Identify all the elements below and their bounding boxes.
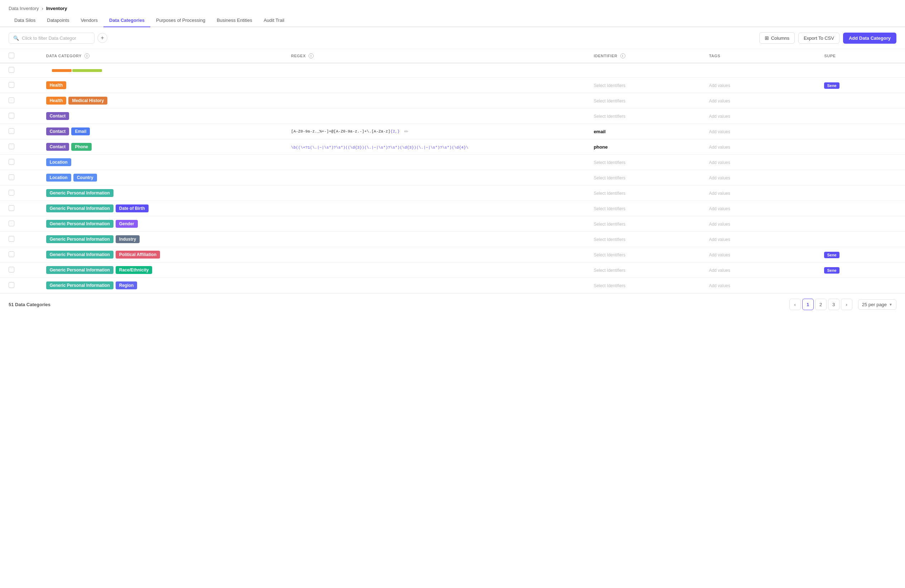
identifier-header: Identifier i [588,49,703,63]
identifier-cell[interactable]: Select Identifiers [588,186,703,201]
row-checkbox[interactable] [9,82,14,88]
row-checkbox[interactable] [9,236,14,242]
regex-header: Regex i [285,49,588,63]
badge-race-ethnicity: Race/Ethnicity [116,266,152,274]
data-category-info-icon[interactable]: i [84,53,89,58]
breadcrumb-parent[interactable]: Data Inventory [9,6,39,11]
regex-info-icon[interactable]: i [309,53,314,58]
select-all-checkbox[interactable] [9,52,14,58]
row-checkbox[interactable] [9,144,14,149]
identifier-cell[interactable]: Select Identifiers [588,232,703,247]
row-checkbox[interactable] [9,128,14,134]
row-checkbox[interactable] [9,159,14,165]
page-prev-button[interactable]: ‹ [789,299,801,310]
tab-vendors[interactable]: Vendors [75,14,103,27]
identifier-value: email [594,129,605,134]
category-cell: Generic Personal Information Date of Bir… [40,201,285,216]
tab-purposes[interactable]: Purposes of Processing [150,14,211,27]
add-data-category-button[interactable]: Add Data Category [843,33,896,44]
identifier-cell[interactable]: Select Identifiers [588,201,703,216]
table-row: Generic Personal Information Date of Bir… [0,201,905,216]
tags-cell[interactable]: Add values [703,78,818,93]
regex-cell [285,201,588,216]
tab-audit-trail[interactable]: Audit Trail [258,14,290,27]
row-checkbox[interactable] [9,113,14,119]
badge-email: Email [71,127,90,135]
per-page-selector[interactable]: 25 per page ▼ [858,299,896,310]
tags-cell[interactable]: Add values [703,186,818,201]
regex-cell [285,108,588,124]
supe-cell [818,139,905,155]
tags-cell[interactable]: Add values [703,216,818,232]
row-checkbox[interactable] [9,205,14,211]
progress-bar-cell [40,63,285,78]
tags-cell[interactable]: Add values [703,124,818,139]
table-row: Location Select Identifiers Add values [0,155,905,170]
row-checkbox[interactable] [9,251,14,257]
identifier-cell[interactable]: Select Identifiers [588,262,703,278]
tags-cell[interactable]: Add values [703,278,818,293]
tags-cell[interactable]: Add values [703,170,818,186]
tags-cell[interactable]: Add values [703,93,818,108]
tab-business-entities[interactable]: Business Entities [211,14,258,27]
row-checkbox[interactable] [9,282,14,288]
row-checkbox[interactable] [9,190,14,195]
row-checkbox[interactable] [9,267,14,273]
identifier-cell[interactable]: Select Identifiers [588,278,703,293]
add-filter-button[interactable]: + [97,33,107,43]
breadcrumb: Data Inventory › Inventory [0,0,905,14]
row-checkbox[interactable] [9,97,14,103]
badge-generic-pi: Generic Personal Information [46,220,113,228]
identifier-cell[interactable]: Select Identifiers [588,155,703,170]
page-3-button[interactable]: 3 [828,299,840,310]
badge-row: Generic Personal Information Date of Bir… [46,205,279,212]
row-checkbox[interactable] [9,175,14,180]
tags-cell[interactable]: Add values [703,155,818,170]
tags-cell[interactable]: Add values [703,201,818,216]
table-row [0,63,905,78]
regex-cell [285,216,588,232]
identifier-cell[interactable]: Select Identifiers [588,170,703,186]
row-checkbox[interactable] [9,67,14,73]
identifier-cell[interactable]: Select Identifiers [588,93,703,108]
identifier-info-icon[interactable]: i [621,53,626,58]
tags-cell[interactable]: Add values [703,108,818,124]
tags-cell[interactable]: Add values [703,232,818,247]
category-cell: Generic Personal Information Region [40,278,285,293]
page-2-button[interactable]: 2 [815,299,827,310]
regex-edit-icon[interactable]: ✏ [404,129,408,134]
tags-cell[interactable]: Add values [703,262,818,278]
identifier-cell[interactable]: Select Identifiers [588,78,703,93]
identifier-cell[interactable]: Select Identifiers [588,247,703,262]
tab-data-silos[interactable]: Data Silos [9,14,41,27]
table-body: Health Select Identifiers Add values Sen… [0,63,905,293]
badge-row: Generic Personal Information [46,189,279,197]
tab-data-categories[interactable]: Data Categories [103,14,150,27]
data-count: 51 Data Categories [9,302,51,307]
category-cell: Generic Personal Information Industry [40,232,285,247]
table-row: Generic Personal Information Gender Sele… [0,216,905,232]
identifier-cell[interactable]: Select Identifiers [588,216,703,232]
data-categories-table: Data Category i Regex i Identifier i [0,49,905,293]
regex-cell [285,93,588,108]
badge-contact: Contact [46,143,70,151]
page-next-button[interactable]: › [841,299,853,310]
breadcrumb-current: Inventory [46,6,67,11]
breadcrumb-sep: › [42,6,43,11]
columns-button[interactable]: ⊞ Columns [759,32,795,44]
table-row: Contact Select Identifiers Add values [0,108,905,124]
badge-gender: Gender [116,220,138,228]
export-csv-button[interactable]: Export To CSV [798,33,840,44]
tags-cell[interactable]: Add values [703,247,818,262]
badge-generic-pi: Generic Personal Information [46,235,113,243]
identifier-cell[interactable]: Select Identifiers [588,108,703,124]
badge-row: Health [46,81,279,89]
tags-cell[interactable]: Add values [703,139,818,155]
badge-medical-history: Medical History [68,97,107,105]
page-1-button[interactable]: 1 [802,299,814,310]
table-row: Generic Personal Information Race/Ethnic… [0,262,905,278]
badge-country: Country [73,174,97,181]
row-checkbox[interactable] [9,221,14,226]
search-box[interactable]: 🔍 Click to filter Data Categor [9,33,95,44]
tab-datapoints[interactable]: Datapoints [41,14,75,27]
